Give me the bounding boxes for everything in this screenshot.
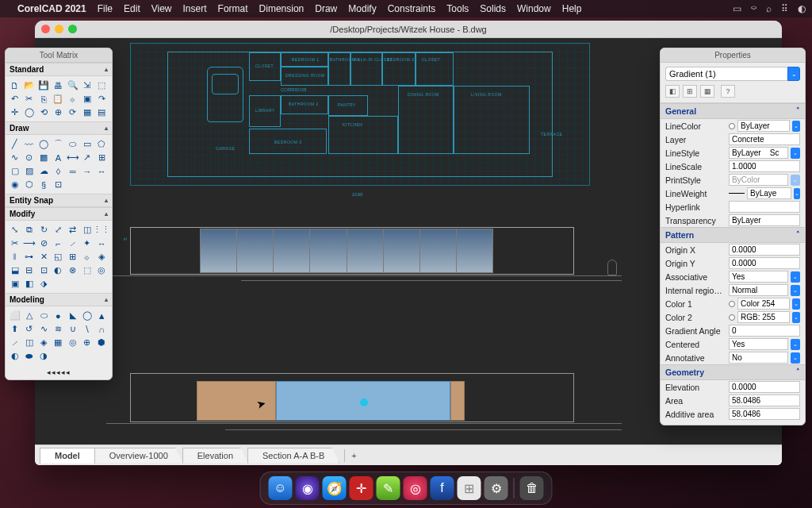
slice-icon[interactable]: ⟋ — [8, 336, 21, 349]
tool-icon[interactable]: ⬢ — [95, 336, 109, 349]
move-icon[interactable]: ⤡ — [8, 223, 21, 237]
prop-value[interactable] — [729, 244, 800, 256]
chevron-up-icon[interactable]: ˄ — [796, 106, 800, 116]
stretch-icon[interactable]: ↔ — [95, 237, 109, 250]
app-name[interactable]: CorelCAD 2021 — [17, 3, 86, 14]
dropdown-icon[interactable]: ⌄ — [792, 121, 800, 132]
polyline-icon[interactable]: 〰 — [22, 137, 36, 151]
solid-edit-icon[interactable]: ◈ — [37, 336, 51, 349]
prop-value[interactable] — [729, 160, 800, 172]
arc-icon[interactable]: ⌒ — [52, 137, 65, 151]
prop-value[interactable] — [729, 133, 800, 145]
group-pattern[interactable]: Pattern˄ — [661, 227, 805, 243]
corelcad-icon[interactable]: ✛ — [350, 476, 373, 500]
safari-icon[interactable]: 🧭 — [323, 476, 347, 500]
dropdown-icon[interactable]: ⌄ — [791, 352, 800, 364]
tab-overview[interactable]: Overview-1000 — [94, 448, 183, 464]
tool-icon[interactable]: ⊡ — [37, 264, 51, 277]
extrude-icon[interactable]: ⬆ — [8, 322, 21, 336]
prop-value[interactable] — [729, 271, 788, 283]
settings-icon[interactable]: ⚙ — [485, 476, 508, 500]
chamfer-icon[interactable]: ⟋ — [66, 237, 79, 250]
tool-icon[interactable]: ⊞ — [66, 250, 79, 264]
table-icon[interactable]: ⊞ — [95, 151, 109, 164]
pan-icon[interactable]: ◯ — [22, 106, 36, 119]
tab-elevation[interactable]: Elevation — [182, 448, 248, 464]
section-icon[interactable]: ◫ — [22, 336, 36, 349]
selection-grip-icon[interactable] — [360, 398, 368, 406]
box-icon[interactable]: ⬜ — [8, 309, 21, 322]
prop-value[interactable] — [729, 394, 800, 406]
collapse-icon[interactable]: ▴ — [105, 66, 108, 73]
redo-icon[interactable]: ↷ — [95, 92, 109, 106]
mesh-icon[interactable]: ▦ — [52, 336, 65, 349]
copy-icon[interactable]: ⎘ — [37, 92, 51, 106]
wifi-icon[interactable]: ⌔ — [751, 3, 756, 14]
array-icon[interactable]: ⋮⋮ — [95, 223, 109, 237]
minimize-window-icon[interactable] — [55, 25, 63, 33]
prop-value[interactable] — [729, 381, 800, 393]
prop-value[interactable] — [737, 298, 790, 310]
menu-file[interactable]: File — [98, 3, 113, 14]
group-general[interactable]: General˄ — [661, 103, 805, 119]
zoom-window-icon[interactable] — [68, 25, 77, 33]
trash-icon[interactable]: 🗑 — [520, 476, 544, 500]
line-icon[interactable]: ╱ — [8, 137, 21, 151]
polygon-icon[interactable]: ⬠ — [95, 137, 109, 151]
group-geometry[interactable]: Geometry˄ — [661, 364, 805, 380]
section-standard[interactable]: Standard▴ — [6, 63, 112, 76]
dimension-icon[interactable]: ⟷ — [66, 151, 79, 164]
prop-value[interactable] — [729, 338, 788, 350]
preview-icon[interactable]: 🔍 — [66, 79, 79, 92]
select-icon[interactable]: ▦ — [700, 85, 714, 98]
menu-constraints[interactable]: Constraints — [388, 3, 436, 14]
menu-tools[interactable]: Tools — [446, 3, 469, 14]
tool-icon[interactable]: ✛ — [8, 106, 21, 119]
explode-icon[interactable]: ✦ — [80, 237, 94, 250]
menu-draw[interactable]: Draw — [315, 3, 337, 14]
tool-icon[interactable]: ◐ — [8, 349, 21, 363]
prop-value[interactable] — [729, 408, 800, 420]
3dpoly-icon[interactable]: ⬡ — [22, 178, 36, 191]
dropdown-icon[interactable]: ⌄ — [792, 312, 800, 323]
photo-paint-icon[interactable]: ◎ — [404, 476, 427, 500]
menu-view[interactable]: View — [151, 3, 172, 14]
menu-modify[interactable]: Modify — [348, 3, 376, 14]
close-window-icon[interactable] — [41, 25, 50, 33]
tool-icon[interactable]: ⊡ — [52, 178, 65, 191]
circle-icon[interactable]: ◯ — [37, 137, 51, 151]
tool-icon[interactable]: ⬬ — [22, 349, 36, 363]
collapse-icon[interactable]: ▴ — [105, 296, 108, 303]
spotlight-icon[interactable]: ⌕ — [766, 3, 772, 14]
tab-model[interactable]: Model — [40, 448, 95, 464]
loft-icon[interactable]: ≋ — [52, 322, 65, 336]
tool-icon[interactable]: ◑ — [37, 349, 51, 363]
undo-icon[interactable]: ↶ — [8, 92, 21, 106]
tool-matrix-palette[interactable]: Tool Matrix Standard▴ 🗋📂💾🖶🔍⇲⬚ ↶✂⎘📋⟐▣↷ ✛◯… — [5, 48, 113, 380]
menu-solids[interactable]: Solids — [480, 3, 506, 14]
prop-value[interactable] — [729, 257, 800, 269]
scale-icon[interactable]: ⤢ — [52, 223, 65, 237]
grid-icon[interactable]: ▦ — [80, 106, 94, 119]
paste-icon[interactable]: 📋 — [52, 92, 65, 106]
donut-icon[interactable]: ◉ — [8, 178, 21, 191]
battery-icon[interactable]: ▭ — [733, 3, 741, 14]
add-tab-button[interactable]: + — [344, 449, 362, 462]
block-icon[interactable]: ▣ — [80, 92, 94, 106]
region-icon[interactable]: ▢ — [8, 164, 21, 178]
point-icon[interactable]: ⊙ — [22, 151, 36, 164]
tool-icon[interactable]: ◧ — [22, 277, 36, 291]
boundary-icon[interactable]: ▨ — [22, 164, 36, 178]
tool-icon[interactable]: ◎ — [95, 264, 109, 277]
collapse-icon[interactable]: ▴ — [105, 210, 108, 217]
cylinder-icon[interactable]: ⬭ — [37, 309, 51, 322]
menu-edit[interactable]: Edit — [124, 3, 140, 14]
properties-palette[interactable]: Properties ⌄ ◧ ⊞ ▦ ? General˄ LineColor⌄… — [660, 48, 806, 425]
intersect-icon[interactable]: ∩ — [95, 322, 109, 336]
offset-icon[interactable]: ◫ — [80, 223, 94, 237]
cut-icon[interactable]: ✂ — [22, 92, 36, 106]
section-modify[interactable]: Modify▴ — [6, 207, 112, 221]
xline-icon[interactable]: ↔ — [95, 164, 109, 178]
shell-icon[interactable]: ◎ — [66, 336, 79, 349]
tab-section[interactable]: Section A-A B-B — [247, 448, 339, 464]
